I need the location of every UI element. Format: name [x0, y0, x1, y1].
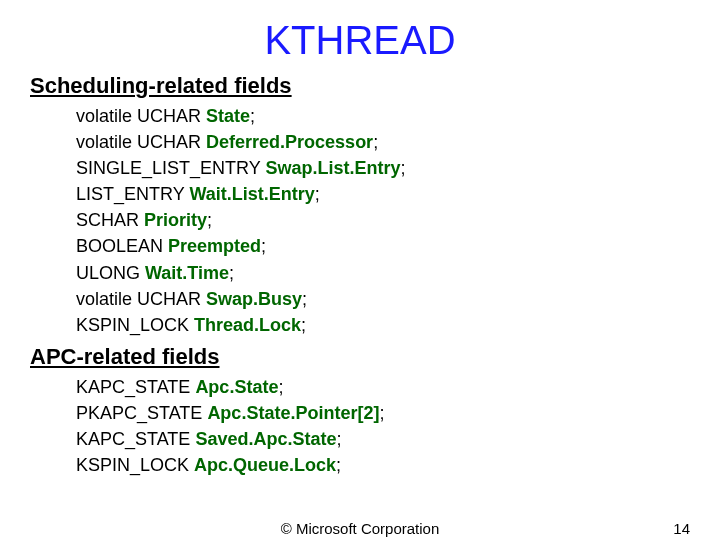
- copyright-text: © Microsoft Corporation: [281, 520, 440, 537]
- field-type: KSPIN_LOCK: [76, 315, 194, 335]
- field-type: SCHAR: [76, 210, 144, 230]
- field-type: volatile UCHAR: [76, 106, 206, 126]
- field-name: State: [206, 106, 250, 126]
- field-name: Wait.Time: [145, 263, 229, 283]
- field-name: Swap.List.Entry: [265, 158, 400, 178]
- field-type: BOOLEAN: [76, 236, 168, 256]
- field-type: KSPIN_LOCK: [76, 455, 194, 475]
- field-line: ULONG Wait.Time;: [76, 260, 690, 286]
- field-name: Deferred.Processor: [206, 132, 373, 152]
- field-type: PKAPC_STATE: [76, 403, 207, 423]
- field-name: Apc.Queue.Lock: [194, 455, 336, 475]
- field-type: LIST_ENTRY: [76, 184, 189, 204]
- field-type: SINGLE_LIST_ENTRY: [76, 158, 265, 178]
- field-line: KSPIN_LOCK Thread.Lock;: [76, 312, 690, 338]
- field-type: KAPC_STATE: [76, 377, 195, 397]
- page-number: 14: [673, 520, 690, 537]
- field-name: Apc.State.Pointer[2]: [207, 403, 379, 423]
- slide-title: KTHREAD: [30, 18, 690, 63]
- field-name: Wait.List.Entry: [189, 184, 314, 204]
- field-line: SINGLE_LIST_ENTRY Swap.List.Entry;: [76, 155, 690, 181]
- field-name: Priority: [144, 210, 207, 230]
- field-line: SCHAR Priority;: [76, 207, 690, 233]
- field-name: Apc.State: [195, 377, 278, 397]
- field-line: volatile UCHAR State;: [76, 103, 690, 129]
- field-type: volatile UCHAR: [76, 289, 206, 309]
- field-line: KAPC_STATE Apc.State;: [76, 374, 690, 400]
- field-name: Saved.Apc.State: [195, 429, 336, 449]
- field-type: volatile UCHAR: [76, 132, 206, 152]
- field-line: volatile UCHAR Swap.Busy;: [76, 286, 690, 312]
- field-name: Swap.Busy: [206, 289, 302, 309]
- field-line: PKAPC_STATE Apc.State.Pointer[2];: [76, 400, 690, 426]
- field-line: KAPC_STATE Saved.Apc.State;: [76, 426, 690, 452]
- section-heading-scheduling: Scheduling-related fields: [30, 73, 690, 99]
- field-type: ULONG: [76, 263, 145, 283]
- field-line: BOOLEAN Preempted;: [76, 233, 690, 259]
- field-type: KAPC_STATE: [76, 429, 195, 449]
- field-name: Thread.Lock: [194, 315, 301, 335]
- field-line: KSPIN_LOCK Apc.Queue.Lock;: [76, 452, 690, 478]
- field-name: Preempted: [168, 236, 261, 256]
- section-heading-apc: APC-related fields: [30, 344, 690, 370]
- field-line: LIST_ENTRY Wait.List.Entry;: [76, 181, 690, 207]
- field-line: volatile UCHAR Deferred.Processor;: [76, 129, 690, 155]
